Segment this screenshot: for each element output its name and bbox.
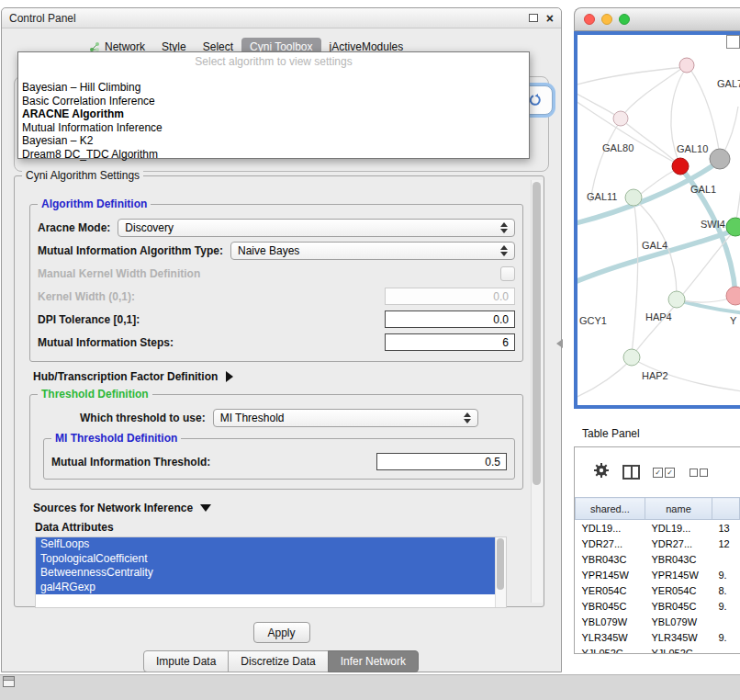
algorithm-dropdown-popup: Select algorithm to view settings Bayesi…	[17, 51, 530, 159]
aracne-mode-row: Aracne Mode: Discovery	[38, 216, 515, 239]
algorithm-option[interactable]: Basic Correlation Inference	[18, 95, 529, 108]
manual-kernel-checkbox[interactable]	[500, 266, 515, 281]
network-node[interactable]	[623, 349, 640, 366]
table-cell: YBR043C	[576, 551, 645, 567]
kernel-width-field[interactable]: 0.0	[385, 288, 515, 305]
table-row[interactable]: YDL19...YDL19...13	[576, 520, 740, 536]
algorithm-option[interactable]: Bayesian – Hill Climbing	[18, 81, 529, 95]
attribute-item-selected[interactable]: SelfLoops	[36, 537, 495, 552]
panel-splitter-handle[interactable]	[556, 339, 563, 348]
table-row[interactable]: YBL079WYBL079W	[576, 614, 740, 629]
table-row[interactable]: YJL052CYJL052C	[576, 645, 740, 654]
node-label: GAL10	[677, 143, 708, 154]
table-cell: YDL19...	[645, 520, 712, 536]
column-header-name[interactable]: name	[645, 498, 712, 520]
algorithm-option[interactable]: Mutual Information Inference	[18, 121, 529, 135]
sources-label: Sources for Network Inference	[33, 502, 193, 514]
close-traffic-light[interactable]	[584, 14, 595, 25]
node-label: GAL11	[587, 191, 617, 202]
network-node[interactable]	[726, 218, 740, 236]
node-label: SWI4	[701, 219, 725, 230]
table-cell: 12	[712, 536, 740, 551]
restore-panel-icon[interactable]	[3, 676, 15, 687]
network-node[interactable]	[668, 291, 685, 308]
scrollbar-thumb[interactable]	[533, 182, 541, 485]
algorithm-option[interactable]: Dream8 DC_TDC Algorithm	[18, 148, 529, 162]
network-tab-icon	[89, 41, 100, 52]
birdseye-view-box[interactable]	[726, 35, 740, 49]
table-cell	[712, 645, 740, 654]
scrollbar-thumb[interactable]	[497, 538, 504, 590]
node-label: GAL1	[690, 184, 716, 195]
float-window-icon[interactable]	[529, 14, 538, 22]
network-node[interactable]	[625, 189, 642, 206]
network-node[interactable]	[726, 287, 740, 305]
select-all-icon[interactable]: ✓✓	[653, 468, 677, 478]
mi-steps-field[interactable]: 6	[385, 333, 515, 351]
which-threshold-select[interactable]: MI Threshold	[213, 409, 478, 427]
network-node[interactable]	[613, 111, 628, 126]
table-cell: 9.	[712, 629, 740, 645]
tab-infer-network[interactable]: Infer Network	[328, 650, 419, 672]
table-row[interactable]: YLR345WYLR345W9.	[576, 629, 740, 645]
sources-toggle[interactable]: Sources for Network Inference	[33, 497, 527, 519]
table-cell: 8.	[712, 582, 740, 598]
network-node[interactable]	[710, 149, 730, 169]
expand-down-icon	[200, 504, 211, 512]
mi-steps-row: Mutual Information Steps: 6	[38, 331, 515, 354]
data-attributes-list: SelfLoops TopologicalCoefficient Between…	[35, 536, 507, 608]
table-toolbar: ✓✓	[575, 447, 740, 497]
table-cell: YER054C	[576, 582, 645, 598]
attribute-list-scrollbar[interactable]	[495, 537, 506, 607]
table-cell: YBR045C	[645, 598, 712, 614]
algorithm-option[interactable]: Bayesian – K2	[18, 134, 529, 148]
table-cell: YPR145W	[576, 567, 645, 582]
node-table: shared... name YDL19...YDL19...13YDR27..…	[575, 497, 740, 654]
table-row[interactable]: YDR27...YDR27...12	[576, 536, 740, 551]
aracne-mode-select[interactable]: Discovery	[118, 219, 515, 237]
tab-impute-data[interactable]: Impute Data	[143, 650, 229, 672]
panel-title: Control Panel	[9, 12, 529, 25]
show-columns-icon[interactable]	[622, 465, 640, 480]
dpi-tolerance-field[interactable]: 0.0	[385, 310, 515, 328]
hub-definition-toggle[interactable]: Hub/Transcription Factor Definition	[33, 365, 527, 389]
aracne-mode-value: Discovery	[125, 221, 174, 234]
network-node[interactable]	[672, 158, 689, 175]
table-row[interactable]: YBR043CYBR043C	[576, 551, 740, 567]
mi-threshold-row: Mutual Information Threshold: 0.5	[51, 450, 507, 473]
table-row[interactable]: YER054CYER054C8.	[576, 582, 740, 598]
mi-type-select[interactable]: Naive Bayes	[230, 242, 515, 260]
mi-threshold-field[interactable]: 0.5	[376, 453, 507, 470]
tab-discretize-data[interactable]: Discretize Data	[228, 650, 328, 672]
network-node[interactable]	[679, 58, 694, 73]
table-cell: YLR345W	[645, 629, 712, 645]
cyni-bottom-tabs: Impute Data Discretize Data Infer Networ…	[2, 650, 561, 672]
algorithm-option-selected[interactable]: ARACNE Algorithm	[18, 107, 529, 121]
network-canvas[interactable]: GAL7 GAL80 GAL10 GAL11 GAL1 SWI4 GAL4 GC…	[574, 31, 740, 409]
table-header-row: shared... name	[576, 498, 740, 520]
close-icon[interactable]: ×	[546, 12, 554, 25]
combo-arrows-icon	[500, 245, 508, 256]
manual-kernel-row: Manual Kernel Width Definition	[38, 262, 515, 285]
minimize-traffic-light[interactable]	[601, 14, 612, 25]
screen: Control Panel × Network Style Select Cyn…	[0, 0, 740, 700]
node-label: HAP4	[645, 311, 672, 322]
table-cell: YBR045C	[576, 598, 645, 614]
mi-type-value: Naive Bayes	[238, 244, 299, 257]
apply-button[interactable]: Apply	[252, 622, 309, 643]
threshold-definition-group: Threshold Definition Which threshold to …	[29, 394, 523, 490]
attribute-item-selected[interactable]: BetweennessCentrality	[36, 566, 495, 581]
table-row[interactable]: YPR145WYPR145W9.	[576, 567, 740, 582]
settings-scrollbar[interactable]	[531, 180, 543, 603]
table-row[interactable]: YBR045CYBR045C9.	[576, 598, 740, 614]
dpi-tolerance-label: DPI Tolerance [0,1]:	[38, 313, 140, 326]
deselect-all-icon[interactable]	[690, 469, 710, 477]
table-settings-button[interactable]	[593, 462, 610, 482]
column-header-extra[interactable]	[712, 498, 740, 520]
attribute-item-selected[interactable]: gal4RGexp	[36, 581, 495, 595]
table-cell: YJL052C	[576, 645, 645, 654]
table-cell	[712, 551, 740, 567]
attribute-item-selected[interactable]: TopologicalCoefficient	[36, 552, 495, 567]
zoom-traffic-light[interactable]	[619, 14, 630, 25]
column-header-shared-name[interactable]: shared...	[576, 498, 645, 520]
